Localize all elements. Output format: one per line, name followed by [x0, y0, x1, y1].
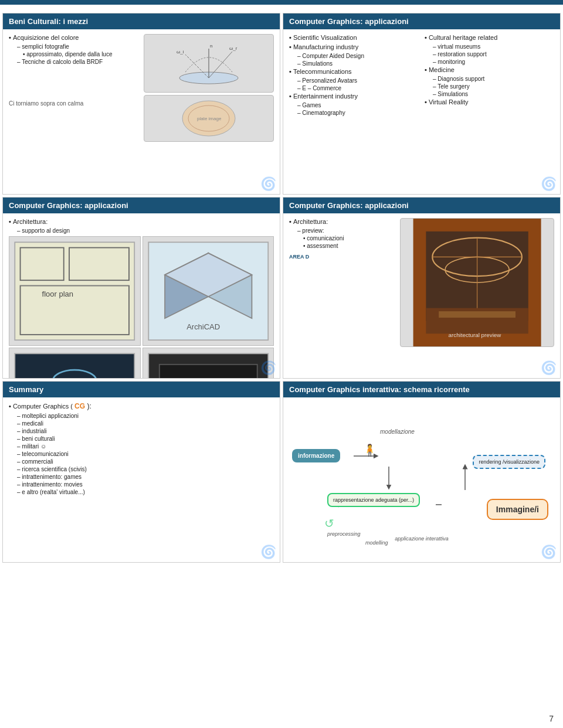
slide4-comunicazioni: comunicazioni [303, 235, 395, 241]
slide2-header: Computer Graphics: applicazioni [283, 13, 560, 29]
slide2-restoration: restoration support [433, 51, 554, 57]
slide5-commerciali: commerciali [17, 458, 274, 465]
svg-text:plate image: plate image [197, 116, 222, 121]
slide2-col1: Scientific Visualization Manufacturing i… [289, 34, 419, 117]
slide3-header: Computer Graphics: applicazioni [3, 198, 280, 213]
schema-applicazione: applicazione interattiva [395, 536, 449, 542]
schema-cycle-icon: ↺ [324, 516, 334, 530]
arch-cad-img: CAD view [143, 348, 274, 378]
slide2-sim: Simulations [297, 60, 419, 67]
slide5-subheading: molteplici applicazioni [17, 413, 274, 419]
brdf-diagram: ω_i ω_r n [144, 34, 274, 93]
svg-rect-38 [439, 311, 515, 318]
watermark6: 🌀 [541, 545, 557, 560]
schema-immagine: Immagine/i [487, 499, 548, 520]
schema-rendering: rendering /visualizzazione [473, 455, 545, 469]
svg-text:architectural preview: architectural preview [448, 332, 501, 338]
slide5-body: Computer Graphics ( CG ): molteplici app… [3, 397, 280, 562]
slide3-subheading: supporto al design [17, 227, 274, 234]
slide5-movies: intrattenimento: movies [17, 481, 274, 488]
slide4-header: Computer Graphics: applicazioni [283, 198, 560, 213]
slide2-simulations: Simulations [433, 91, 554, 97]
slide2-cad: Computer Aided Design [297, 53, 419, 59]
slide5-telecom: telecomunicazioni [17, 451, 274, 457]
slide2-cinema: Cinematography [297, 110, 419, 116]
slide-beni-culturali: Beni Culturali: i mezzi Acquisizione del… [2, 13, 280, 195]
slide5-altro: e altro (realta' virtuale...) [17, 489, 274, 495]
watermark5: 🌀 [260, 545, 276, 560]
svg-rect-10 [15, 242, 134, 340]
slide2-avatars: Personalized Avatars [297, 77, 419, 84]
slide2-mfg: Manufacturing industry [289, 43, 419, 50]
slide4-assessment: assessment [303, 243, 395, 249]
slide5-games: intrattenimento: games [17, 474, 274, 480]
svg-text:ω_i: ω_i [177, 49, 184, 55]
watermark2: 🌀 [541, 176, 557, 192]
slide5-cg-label: CG [74, 402, 85, 410]
slide-arch-preview: Computer Graphics: applicazioni Architet… [283, 197, 561, 379]
slide2-col2: Cultural heritage related virtual museum… [425, 34, 554, 117]
slide1-subsub1: approssimato, dipende dalla luce [23, 51, 139, 57]
arch-3d-img: ArchiCAD [143, 236, 274, 346]
slide2-monitoring: monitoring [433, 59, 554, 65]
watermark1: 🌀 [260, 176, 276, 192]
slide2-museums: virtual museums [433, 43, 554, 50]
slide5-heading: Computer Graphics ( CG ): [9, 402, 274, 410]
schema-modelling: modelling [365, 540, 388, 546]
slide2-vr: Virtual Reality [425, 98, 554, 106]
arch-floorplan-img: floor plan [9, 236, 141, 346]
arch-pipe-img [9, 348, 141, 378]
slide5-beni-culturali: beni culturali [17, 436, 274, 442]
svg-text:floor plan: floor plan [42, 290, 73, 298]
slide4-body: Architettura: preview: comunicazioni ass… [283, 213, 560, 378]
slide6-body: informazione 🧍 modellazione [283, 397, 560, 562]
slide2-sci-vis: Scientific Visualization [289, 34, 419, 41]
slide-summary: Summary Computer Graphics ( CG ): moltep… [2, 381, 280, 563]
slide5-industriali: industriali [17, 428, 274, 434]
schema-modellazione: modellazione [380, 428, 415, 435]
slide2-telecom: Telecommunications [289, 68, 419, 75]
slide5-militari: militari ☺ [17, 443, 274, 450]
slide1-sub1: semplici fotografie [17, 43, 139, 50]
watermark3: 🌀 [260, 360, 276, 376]
svg-text:ArchiCAD: ArchiCAD [186, 322, 220, 331]
slide2-games: Games [297, 102, 419, 108]
schema-diagram: informazione 🧍 modellazione [289, 402, 554, 543]
slide-schema: Computer Graphics interattiva: schema ri… [283, 381, 561, 563]
slide3-images: floor plan ArchiCAD [9, 236, 274, 353]
slide2-ecom: E – Commerce [297, 85, 419, 91]
slide1-sub2: Tecniche di calcolo della BRDF [17, 59, 139, 65]
svg-text:ω_r: ω_r [229, 46, 238, 51]
slide6-header: Computer Graphics interattiva: schema ri… [283, 382, 560, 397]
schema-rappresentazione: rappresentazione adeguata (per...) [327, 493, 420, 507]
slide4-subheading: preview: [297, 227, 395, 234]
page-number: 7 [549, 714, 554, 723]
slide1-header: Beni Culturali: i mezzi [3, 13, 280, 29]
slide-arch-design: Computer Graphics: applicazioni Architet… [2, 197, 280, 379]
slide2-telesurgery: Tele surgery [433, 83, 554, 90]
svg-rect-27 [159, 365, 257, 378]
schema-informazione: informazione [292, 449, 340, 462]
slide4-heading: Architettura: [289, 218, 395, 225]
slide4-brand: AREA D [289, 254, 395, 260]
slide3-body: Architettura: supporto al design floor p… [3, 213, 280, 378]
slide5-scivis: ricerca scientifica (scivis) [17, 466, 274, 472]
slide4-preview-image: architectural preview [400, 218, 554, 373]
slide3-heading: Architettura: [9, 218, 274, 225]
schema-preprocessing: preprocessing [327, 531, 361, 537]
slide5-header: Summary [3, 382, 280, 397]
slide1-body: Acquisizione del colore semplici fotogra… [3, 29, 280, 194]
slide4-text: Architettura: preview: comunicazioni ass… [289, 218, 395, 373]
slide-cg-applicazioni-1: Computer Graphics: applicazioni Scientif… [283, 13, 561, 195]
schema-person-icon: 🧍 [362, 443, 377, 457]
slide2-diagnosis: Diagnosis support [433, 76, 554, 82]
slide2-culture: Cultural heritage related [425, 34, 554, 41]
slide1-bullet1: Acquisizione del colore [9, 34, 139, 41]
plate-image: plate image [144, 95, 274, 142]
arch-interior-img: architectural preview [400, 218, 554, 347]
svg-text:n: n [210, 43, 212, 49]
slide2-medicine: Medicine [425, 66, 554, 73]
slide2-ent: Entertainment industry [289, 93, 419, 100]
slide1-caption: Ci torniamo sopra con calma [9, 100, 139, 107]
svg-rect-21 [15, 354, 134, 378]
